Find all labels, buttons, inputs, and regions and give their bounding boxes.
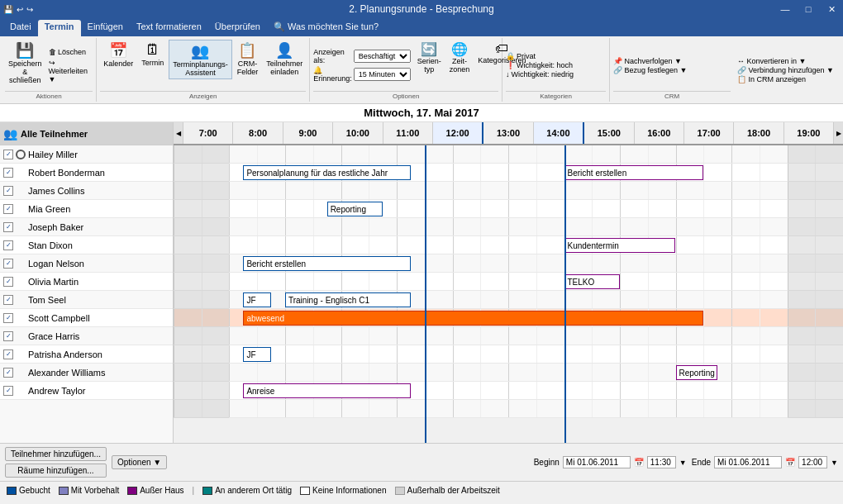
tab-search[interactable]: 🔍 Was möchten Sie tun? — [267, 20, 385, 36]
checkbox-6[interactable]: ✓ — [3, 240, 13, 250]
checkbox-3[interactable]: ✓ — [3, 186, 13, 196]
participant-name-9: Tom Seel — [28, 295, 66, 305]
crm-anzeigen-button[interactable]: 📋 In CRM anzeigen — [737, 75, 838, 83]
event-jf[interactable]: JF — [243, 347, 271, 362]
participant-name-7: Logan Nelson — [28, 259, 84, 269]
delete-button[interactable]: 🗑 Löschen — [47, 47, 93, 57]
scroll-right[interactable]: ▶ — [833, 122, 843, 144]
bezug-festlegen-button[interactable]: 🔗 Bezug festlegen ▼ — [613, 66, 731, 74]
options-button[interactable]: Optionen ▼ — [112, 455, 167, 469]
tab-datei[interactable]: Datei — [3, 20, 38, 36]
serientyp-button[interactable]: 🔄 Serien-typ — [414, 40, 445, 91]
checkbox-5[interactable]: ✓ — [3, 222, 13, 232]
checkbox-7[interactable]: ✓ — [3, 259, 13, 269]
checkbox-14[interactable]: ✓ — [3, 386, 13, 396]
grid-row-0 — [174, 145, 843, 164]
event-personalplanung-für-das-restliche-jahr[interactable]: Personalplanung für das restliche Jahr — [243, 165, 411, 180]
nachverfolgen-button[interactable]: 📌 Nachverfolgen ▼ — [613, 57, 731, 65]
begin-date-input[interactable] — [563, 456, 631, 468]
grid-row-14 — [174, 400, 843, 418]
participant-name-12: Patrisha Anderson — [28, 349, 102, 359]
time-15: 15:00 — [584, 122, 634, 144]
time-9: 9:00 — [283, 122, 333, 144]
event-abwesend[interactable]: abwesend — [243, 311, 703, 326]
participant-row-11: ✓ Grace Harris — [0, 327, 173, 345]
maximize-btn[interactable]: □ — [797, 0, 820, 18]
zeitzonen-button[interactable]: 🌐 Zeit-zonen — [446, 40, 474, 91]
participant-row-10: ✓ Scott Campbell — [0, 309, 173, 327]
tab-einfuegen[interactable]: Einfügen — [81, 20, 130, 36]
undo-icon[interactable]: ↩ — [17, 5, 23, 14]
begin-time-input[interactable] — [647, 456, 676, 468]
event-reporting[interactable]: Reporting — [327, 202, 383, 216]
tab-termin[interactable]: Termin — [38, 20, 81, 36]
tab-ueberpruefen[interactable]: Überprüfen — [208, 20, 267, 36]
participant-name-1: Hailey Miller — [28, 150, 78, 159]
participant-name-6: Stan Dixon — [28, 240, 73, 250]
participant-row-12: ✓ Patrisha Anderson — [0, 345, 173, 364]
participant-row-14: ✓ Andrew Taylor — [0, 382, 173, 400]
participant-name-3: James Collins — [28, 186, 84, 196]
window-title: 2. Planungsrunde - Besprechung — [349, 3, 493, 15]
checkbox-8[interactable]: ✓ — [3, 277, 13, 287]
event-reporting[interactable]: Reporting — [676, 365, 718, 380]
calendar-begin-icon[interactable]: 📅 — [634, 458, 644, 467]
teilnehmer-einladen-button[interactable]: 👤 Teilnehmereinladen — [263, 40, 306, 78]
calendar-button[interactable]: 📅 Kalender — [100, 40, 136, 69]
participant-row-5: ✓ Joseph Baker — [0, 218, 173, 236]
participant-row-9: ✓ Tom Seel — [0, 291, 173, 309]
checkbox-13[interactable]: ✓ — [3, 368, 13, 378]
anzeigen-als-select[interactable]: Beschäftigt — [354, 50, 411, 63]
add-room-button[interactable]: Räume hinzufügen... — [5, 464, 107, 478]
checkbox-1[interactable]: ✓ — [3, 150, 13, 159]
event-bericht-erstellen[interactable]: Bericht erstellen — [243, 256, 411, 271]
end-time-input[interactable] — [798, 456, 827, 468]
checkbox-2[interactable]: ✓ — [3, 168, 13, 178]
begin-label: Beginn — [534, 458, 560, 467]
end-label: Ende — [692, 458, 711, 467]
minimize-btn[interactable]: — — [774, 0, 797, 18]
participant-row-2: ✓ Robert Bonderman — [0, 164, 173, 182]
event-jf[interactable]: JF — [243, 292, 271, 307]
checkbox-9[interactable]: ✓ — [3, 295, 13, 305]
end-time-dropdown[interactable]: ▼ — [831, 459, 838, 467]
participant-name-4: Mia Green — [28, 204, 70, 214]
checkbox-10[interactable]: ✓ — [3, 313, 13, 323]
end-date-input[interactable] — [714, 456, 782, 468]
konvertieren-button[interactable]: ↔ Konvertieren in ▼ — [737, 57, 838, 65]
terminplanungs-assistent-button[interactable]: 👥 Terminplanungs-Assistent — [169, 40, 232, 79]
save-close-button[interactable]: 💾 Speichern& schließen — [5, 40, 45, 91]
status-bar: Gebucht Mit Vorbehalt Außer Haus | An an… — [0, 481, 843, 499]
circle-icon — [16, 150, 26, 159]
begin-time-dropdown[interactable]: ▼ — [679, 459, 687, 467]
redo-icon[interactable]: ↪ — [26, 5, 33, 14]
termin-button[interactable]: 🗓 Termin — [138, 40, 167, 69]
close-btn[interactable]: ✕ — [820, 0, 843, 18]
event-bericht-erstellen[interactable]: Bericht erstellen — [564, 165, 704, 180]
add-participant-button[interactable]: Teilnehmer hinzufügen... — [5, 447, 107, 461]
event-kundentermin[interactable]: Kundentermin — [564, 238, 676, 253]
checkbox-12[interactable]: ✓ — [3, 349, 13, 359]
participant-name-10: Scott Campbell — [28, 313, 90, 323]
crm-felder-button[interactable]: 📋 CRM-Felder — [234, 40, 262, 78]
event-training---englisch-c1[interactable]: Training - Englisch C1 — [285, 292, 411, 307]
participant-name-5: Joseph Baker — [28, 222, 83, 232]
erinnerung-select[interactable]: 15 Minuten — [354, 68, 411, 81]
participant-name-2: Robert Bonderman — [28, 168, 105, 178]
quick-save-icon[interactable]: 💾 — [3, 5, 13, 14]
time-18: 18:00 — [734, 122, 783, 144]
calendar-end-icon[interactable]: 📅 — [785, 458, 795, 467]
verbindung-button[interactable]: 🔗 Verbindung hinzufügen ▼ — [737, 66, 838, 74]
event-telko[interactable]: TELKO — [564, 274, 620, 289]
tab-text-formatieren[interactable]: Text formatieren — [130, 20, 208, 36]
time-14: 14:00 — [534, 122, 584, 144]
grid-row-5 — [174, 236, 843, 254]
scroll-left[interactable]: ◀ — [174, 122, 183, 144]
checkbox-11[interactable]: ✓ — [3, 331, 13, 341]
time-10: 10:00 — [333, 122, 383, 144]
participants-header: 👥 Alle Teilnehmer — [0, 122, 173, 145]
event-anreise[interactable]: Anreise — [243, 383, 411, 398]
checkbox-4[interactable]: ✓ — [3, 204, 13, 214]
participant-name-13: Alexander Williams — [28, 368, 106, 378]
forward-button[interactable]: ↪ Weiterleiten ▼ — [47, 58, 93, 84]
